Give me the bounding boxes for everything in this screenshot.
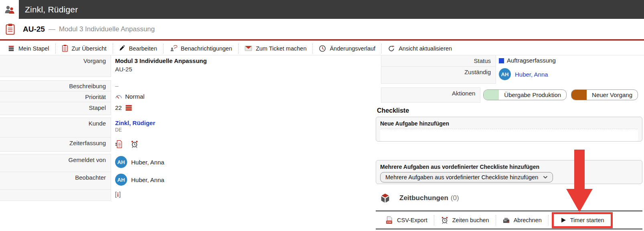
alarm-clock-icon	[441, 216, 449, 224]
field-row-beschreibung: Beschreibung –	[0, 80, 376, 91]
field-label-beschreibung: Beschreibung	[0, 80, 111, 91]
pen-icon	[119, 45, 126, 52]
field-value-aktionen: Übergabe Produktion Neuer Vorgang	[480, 87, 642, 103]
field-row-status: Status Auftragserfassung	[376, 55, 642, 67]
assignee-link[interactable]: Huber, Anna	[515, 71, 548, 78]
field-row-stapel: Stapel 22	[0, 102, 376, 115]
field-value-stapel: 22	[111, 102, 376, 115]
details-panel: Vorgang Modul 3 Individuelle Anpassung A…	[0, 55, 376, 201]
stack-icon	[8, 45, 15, 52]
toolbar-label: Bearbeiten	[129, 45, 157, 52]
stapel-value: 22	[115, 104, 122, 111]
field-row-gemeldet-von: Gemeldet von AH Huber, Anna	[0, 154, 376, 172]
priority-value: Normal	[125, 93, 144, 100]
multi-task-label: Mehrere Aufgaben aus vordefinierter Chec…	[380, 164, 638, 170]
zeitbuchungen-title: Zeitbuchungen	[399, 194, 448, 202]
field-label-stapel: Stapel	[0, 102, 111, 115]
clipboard-icon	[5, 23, 15, 35]
field-row-kunde: Kunde Zinkl, Rüdiger DE	[0, 118, 376, 138]
field-row-info	[0, 189, 376, 201]
field-label-zustaendig: Zuständig	[381, 66, 496, 84]
top-header-bar: Zinkl, Rüdiger	[0, 0, 644, 19]
toolbar-label: Benachrichtigungen	[181, 45, 232, 52]
field-label-gemeldet-von: Gemeldet von	[0, 154, 111, 172]
timer-starten-button[interactable]: Timer starten	[552, 212, 613, 228]
field-value-prioritaet: Normal	[111, 91, 376, 102]
abrechnen-button[interactable]: Abrechnen	[496, 215, 549, 225]
field-label-prioritaet: Priorität	[0, 91, 111, 102]
field-label-empty	[0, 189, 111, 201]
neuer-vorgang-button[interactable]: Neuer Vorgang	[571, 89, 638, 100]
field-label-vorgang: Vorgang	[0, 55, 111, 77]
status-color-square	[499, 58, 504, 63]
vorgang-id: AU-25	[115, 65, 376, 74]
field-value-beobachter: AH Huber, Anna	[111, 172, 376, 190]
toolbar-bearbeiten[interactable]: Bearbeiten	[113, 44, 164, 53]
ticket-header-bar: AU-25 — Modul 3 Individuelle Anpassung	[0, 19, 644, 41]
new-task-card: Neue Aufgabe hinzufügen	[376, 117, 642, 142]
field-value-gemeldet-von: AH Huber, Anna	[111, 154, 376, 172]
watcher-name: Huber, Anna	[131, 176, 164, 183]
avatar: AH	[115, 174, 127, 186]
envelope-icon	[245, 45, 252, 51]
field-value-beschreibung: –	[111, 80, 376, 91]
zeiten-buchen-button[interactable]: Zeiten buchen	[434, 215, 496, 225]
play-icon	[560, 217, 567, 223]
zb-toolbar-label: Timer starten	[570, 217, 604, 223]
field-label-kunde: Kunde	[0, 118, 111, 138]
toolbar-label: Zur Übersicht	[72, 45, 107, 52]
field-label-aktionen: Aktionen	[381, 87, 480, 103]
customer-link[interactable]: Zinkl, Rüdiger	[115, 120, 155, 126]
zb-toolbar-label: Zeiten buchen	[452, 217, 489, 223]
dropdown-selected-value: Mehrere Aufgaben aus vordefinierter Chec…	[385, 174, 538, 180]
field-value-info	[111, 189, 376, 201]
field-row-zeiterfassung: Zeiterfassung	[0, 137, 376, 152]
reporter-name: Huber, Anna	[131, 159, 164, 166]
app-window: Zinkl, Rüdiger AU-25 — Modul 3 Individue…	[0, 0, 644, 231]
uebergabe-produktion-button[interactable]: Übergabe Produktion	[483, 89, 567, 100]
ticket-title: Modul 3 Individuelle Anpassung	[59, 25, 155, 33]
alarm-clock-icon	[130, 140, 139, 148]
field-value-status: Auftragserfassung	[496, 55, 642, 67]
status-value: Auftragserfassung	[507, 57, 556, 64]
toolbar-zur-uebersicht[interactable]: Zur Übersicht	[56, 44, 113, 53]
action-color-block	[484, 90, 499, 100]
customer-app-badge	[0, 0, 19, 19]
toolbar-benachrichtigungen[interactable]: Benachrichtigungen	[164, 44, 239, 53]
avatar: AH	[499, 68, 511, 80]
time-report-icon	[115, 140, 122, 148]
avatar: AH	[115, 156, 127, 168]
field-row-prioritaet: Priorität Normal	[0, 91, 376, 102]
action-button-label: Neuer Vorgang	[587, 91, 638, 98]
priority-gauge-icon	[115, 94, 122, 99]
red-stack-icon	[125, 104, 133, 111]
csv-export-button[interactable]: CSV CSV-Export	[379, 215, 434, 225]
toolbar-label: Änderungsverlauf	[330, 45, 375, 52]
zeitbuchungen-toolbar: CSV CSV-Export Zeiten buchen	[376, 211, 642, 229]
new-task-input[interactable]	[380, 129, 638, 141]
field-label-zeiterfassung: Zeiterfassung	[0, 137, 111, 152]
toolbar-zum-ticket-machen[interactable]: Zum Ticket machen	[239, 44, 313, 53]
action-color-block	[571, 90, 587, 100]
multi-task-card: Mehrere Aufgaben aus vordefinierter Chec…	[376, 160, 642, 184]
svg-text:CSV: CSV	[387, 221, 392, 223]
ticket-id: AU-25	[23, 25, 45, 34]
field-label-status: Status	[381, 55, 496, 67]
page-title: Zinkl, Rüdiger	[25, 5, 78, 14]
action-button-label: Übergabe Produktion	[499, 91, 566, 98]
info-icon[interactable]	[115, 191, 121, 198]
field-row-zustaendig: Zuständig AH Huber, Anna	[376, 66, 642, 84]
action-toolbar: Mein Stapel Zur Übersicht B	[0, 42, 644, 55]
checkliste-dropdown[interactable]: Mehrere Aufgaben aus vordefinierter Chec…	[380, 172, 553, 182]
sidebar-panel: Status Auftragserfassung Zuständig AH Hu…	[376, 55, 644, 229]
toolbar-label: Mein Stapel	[18, 45, 49, 52]
toolbar-aenderungsverlauf[interactable]: Änderungsverlauf	[313, 44, 382, 53]
people-icon	[4, 4, 15, 15]
notification-icon	[170, 45, 177, 52]
csv-file-icon: CSV	[385, 216, 393, 224]
zeitbuchungen-count: (0)	[451, 194, 459, 202]
vorgang-title: Modul 3 Individuelle Anpassung	[115, 57, 376, 65]
toolbar-mein-stapel[interactable]: Mein Stapel	[2, 44, 56, 53]
toolbar-ansicht-aktualisieren[interactable]: Ansicht aktualisieren	[382, 44, 458, 53]
field-row-aktionen: Aktionen Übergabe Produktion Neuer Vorga…	[376, 87, 642, 103]
